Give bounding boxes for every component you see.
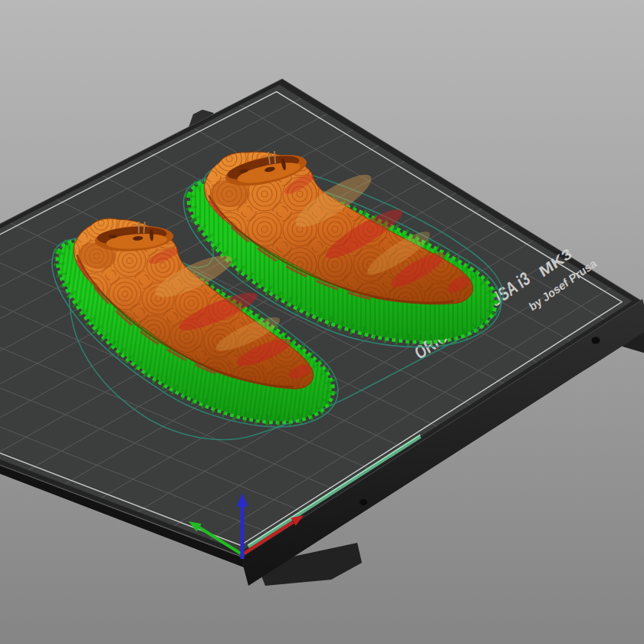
bed-screw-hole [592, 337, 600, 344]
print-bed: ORIGINAL PRUSA i3 MK3 by Josef Prusa [0, 79, 644, 586]
bed-screw-hole [360, 499, 367, 505]
viewport-background: ORIGINAL PRUSA i3 MK3 by Josef Prusa [0, 0, 644, 644]
slicer-3d-viewport[interactable]: ORIGINAL PRUSA i3 MK3 by Josef Prusa [0, 0, 644, 644]
